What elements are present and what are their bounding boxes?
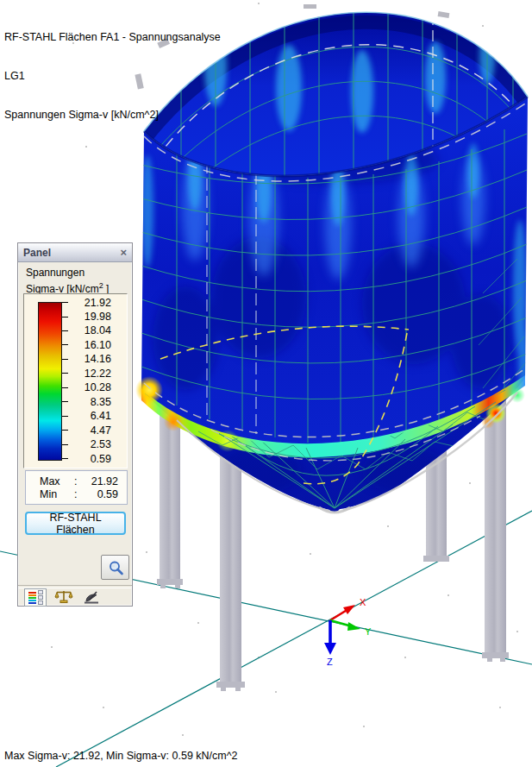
balance-scale-icon [54, 588, 73, 605]
max-min-box: Max:21.92 Min:0.59 [25, 470, 128, 505]
search-result-button[interactable] [101, 555, 129, 580]
close-icon[interactable]: × [120, 247, 127, 258]
max-row: Max:21.92 [26, 475, 127, 487]
panel-title: Panel [23, 247, 51, 259]
tab-factors[interactable] [53, 588, 74, 605]
magnifier-icon [107, 559, 124, 576]
color-scale-icon [28, 592, 36, 604]
min-row: Min:0.59 [26, 488, 127, 500]
status-bar-text: Max Sigma-v: 21.92, Min Sigma-v: 0.59 kN… [4, 750, 238, 762]
color-scale-bar [38, 302, 62, 461]
header-line-module: RF-STAHL Flächen FA1 - Spannungsanalyse [4, 31, 221, 44]
panel-title-bar[interactable]: Panel × [18, 243, 132, 262]
panel-stress-label: Spannungen Sigma-v [kN/cm2 ] [26, 267, 109, 296]
y-axis-label: Y [365, 626, 372, 637]
tab-display[interactable] [81, 588, 102, 605]
header-line-result-type: Spannungen Sigma-v [kN/cm^2] [4, 109, 221, 122]
z-axis-label: Z [327, 657, 333, 667]
application-window: X Y Z RF-STAHL Flächen FA1 - Spannungsan… [0, 0, 532, 767]
color-scale-legend: 21.92 19.98 18.04 16.10 14.16 12.22 10.2… [23, 293, 128, 468]
x-axis-label: X [360, 597, 366, 607]
color-scale-icon-squares [38, 590, 43, 605]
panel-tabs [24, 588, 102, 607]
tab-color-scale[interactable] [24, 588, 47, 607]
result-header: RF-STAHL Flächen FA1 - Spannungsanalyse … [4, 5, 221, 135]
results-panel[interactable]: Panel × Spannungen Sigma-v [kN/cm2 ] 21.… [17, 242, 133, 607]
rf-stahl-flaechen-button[interactable]: RF-STAHL Flächen [25, 512, 126, 535]
gauge-icon [82, 588, 101, 605]
header-line-loadcase: LG1 [4, 70, 221, 83]
